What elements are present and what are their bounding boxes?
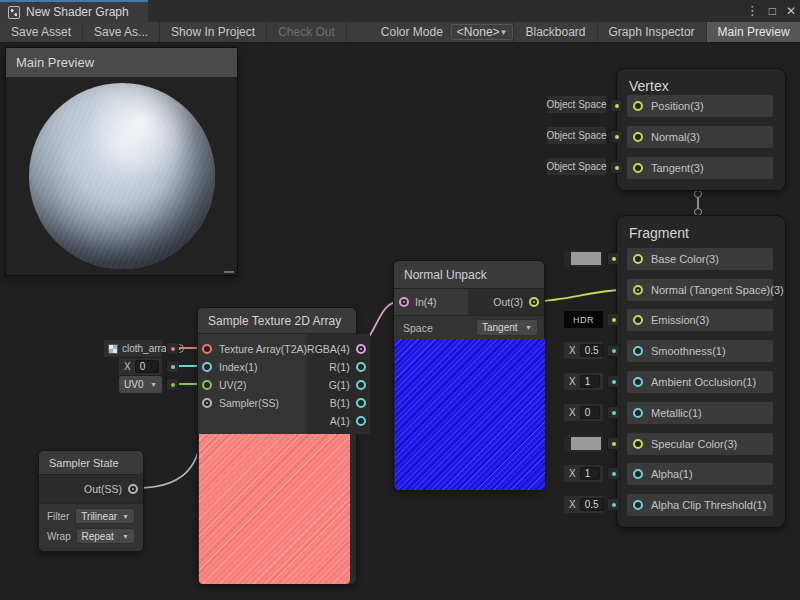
filter-label: Filter	[47, 511, 75, 522]
port-out-ss[interactable]	[128, 484, 138, 494]
show-in-project-button[interactable]: Show In Project	[160, 22, 267, 42]
port-ambient-occlusion[interactable]	[633, 377, 643, 387]
smoothness-input[interactable]: X 0.5	[563, 341, 604, 360]
port-specular-color[interactable]	[633, 439, 643, 449]
port-position[interactable]	[633, 101, 643, 111]
save-asset-button[interactable]: Save Asset	[0, 22, 83, 42]
specular-color-swatch[interactable]	[563, 434, 604, 453]
port-alpha[interactable]	[633, 469, 643, 479]
port-normal[interactable]	[633, 132, 643, 142]
wire-sampler-state[interactable]	[137, 407, 204, 488]
port-label: Alpha Clip Threshold(1)	[651, 499, 766, 511]
tab-new-shader-graph[interactable]: New Shader Graph	[0, 0, 148, 22]
port-label: Position(3)	[651, 100, 704, 112]
port-label: Sampler(SS)	[219, 397, 279, 409]
port-tangent[interactable]	[633, 163, 643, 173]
port-label: B(1)	[330, 397, 350, 409]
widget-port-dot	[607, 406, 620, 419]
port-metallic[interactable]	[633, 408, 643, 418]
port-base-color[interactable]	[633, 254, 643, 264]
space-dropdown[interactable]: Tangent ▼	[476, 319, 538, 336]
port-normal-tangent-space[interactable]	[633, 285, 643, 295]
shader-preview-sphere[interactable]	[29, 83, 215, 269]
save-as-button[interactable]: Save As...	[83, 22, 160, 42]
value-field[interactable]: 1	[580, 375, 600, 388]
space-setting-row: Space Tangent ▼	[394, 315, 544, 339]
resize-handle[interactable]	[224, 271, 234, 273]
wrap-dropdown[interactable]: Repeat ▼	[76, 528, 136, 544]
vertex-row-position: Position(3)	[627, 95, 773, 117]
port-r[interactable]	[356, 362, 366, 372]
graph-inspector-toggle-button[interactable]: Graph Inspector	[597, 22, 706, 42]
fragment-row-normal-ts: Normal (Tangent Space)(3)	[627, 279, 773, 301]
connector-top-circle	[695, 191, 702, 198]
port-label: A(1)	[330, 415, 350, 427]
chevron-down-icon: ▼	[122, 533, 129, 540]
port-b[interactable]	[356, 398, 366, 408]
ambient-occlusion-input[interactable]: X 1	[563, 372, 604, 391]
widget-port-dot	[607, 467, 620, 480]
widget-port-dot	[607, 498, 620, 511]
value-field[interactable]: 1	[580, 467, 600, 480]
blackboard-toggle-button[interactable]: Blackboard	[513, 22, 596, 42]
wrap-setting-row: Wrap Repeat ▼	[39, 526, 143, 546]
port-index[interactable]	[202, 362, 212, 372]
port-g[interactable]	[356, 380, 366, 390]
object-space-widget[interactable]: Object Space	[546, 95, 607, 114]
base-color-swatch[interactable]	[563, 249, 604, 268]
index-input[interactable]: X 0	[118, 357, 163, 376]
sampler-state-node[interactable]: Sampler State Out(SS) Filter Trilinear ▼…	[38, 450, 144, 552]
main-preview-toggle-button[interactable]: Main Preview	[706, 22, 800, 42]
fragment-row-smoothness: Smoothness(1)	[627, 340, 773, 362]
maximize-icon[interactable]: □	[769, 0, 776, 22]
main-preview-header[interactable]: Main Preview	[6, 48, 237, 77]
graph-canvas[interactable]: Vertex Position(3) Normal(3) Tangent(3) …	[0, 43, 800, 600]
color-swatch	[571, 252, 601, 265]
value-field[interactable]: 0	[580, 406, 600, 419]
port-label: Normal (Tangent Space)(3)	[651, 284, 784, 296]
port-alpha-clip-threshold[interactable]	[633, 500, 643, 510]
widget-port-dot	[607, 313, 620, 326]
port-label: Base Color(3)	[651, 253, 719, 265]
port-in[interactable]	[399, 297, 409, 307]
blue-normal-texture-preview	[395, 339, 545, 490]
port-rgba[interactable]	[356, 344, 366, 354]
input-row: UV(2)	[198, 376, 307, 394]
node-ports-row: In(4) Out(3)	[394, 289, 544, 315]
widget-port-dot	[607, 375, 620, 388]
port-label: Specular Color(3)	[651, 438, 737, 450]
port-sampler[interactable]	[202, 398, 212, 408]
window-controls: ⋮ □ ✕	[746, 0, 796, 22]
alpha-input[interactable]: X 1	[563, 464, 604, 483]
port-smoothness[interactable]	[633, 346, 643, 356]
main-preview-body	[6, 77, 237, 275]
sample-texture-2d-array-node[interactable]: Sample Texture 2D Array Texture Array(T2…	[197, 307, 357, 585]
widget-port-dot	[166, 342, 179, 355]
object-space-widget[interactable]: Object Space	[546, 126, 607, 145]
node-settings: Filter Trilinear ▼ Wrap Repeat ▼	[39, 503, 143, 551]
close-icon[interactable]: ✕	[786, 0, 796, 22]
normal-unpack-node[interactable]: Normal Unpack In(4) Out(3) Space Tangent…	[393, 260, 545, 491]
color-mode-dropdown[interactable]: <None> ▼	[451, 24, 514, 40]
port-out[interactable]	[529, 297, 539, 307]
emission-hdr-swatch[interactable]: HDR	[563, 310, 604, 329]
filter-dropdown[interactable]: Trilinear ▼	[75, 508, 135, 524]
value-field[interactable]: 0.5	[580, 498, 604, 511]
vertex-node[interactable]: Vertex Position(3) Normal(3) Tangent(3)	[616, 68, 786, 191]
main-preview-panel: Main Preview	[5, 47, 238, 276]
port-texture-array[interactable]	[202, 344, 212, 354]
metallic-input[interactable]: X 0	[563, 403, 604, 422]
object-space-widget[interactable]: Object Space	[546, 157, 607, 176]
fragment-node[interactable]: Fragment Base Color(3) Normal (Tangent S…	[616, 215, 786, 528]
port-uv[interactable]	[202, 380, 212, 390]
port-emission[interactable]	[633, 315, 643, 325]
value-field[interactable]: 0.5	[580, 344, 604, 357]
uv-channel-dropdown[interactable]: UV0▼	[118, 375, 163, 394]
alpha-clip-input[interactable]: X 0.5	[563, 495, 604, 514]
widget-port-dot	[610, 99, 623, 112]
port-a[interactable]	[356, 416, 366, 426]
kebab-menu-icon[interactable]: ⋮	[746, 0, 759, 22]
texture-asset-field[interactable]: cloth_array	[103, 339, 163, 358]
value-field[interactable]: 0	[135, 360, 159, 373]
output-ports-column: RGBA(4) R(1) G(1) B(1)	[307, 334, 370, 434]
